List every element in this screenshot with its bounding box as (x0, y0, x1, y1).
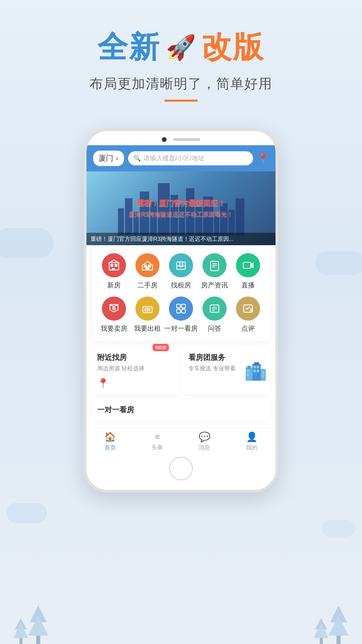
headlines-nav-label: 头条 (152, 443, 163, 451)
svg-rect-3 (112, 268, 115, 270)
nav-home[interactable]: 🏠 首页 (104, 431, 116, 451)
underline-decoration (164, 100, 198, 102)
svg-rect-22 (177, 304, 180, 308)
headline: 全新 🚀 改版 (0, 27, 362, 68)
search-icon: 🔍 (133, 155, 141, 162)
new-badge: NEW (153, 344, 169, 351)
sell-icon (102, 297, 126, 321)
menu-label-news: 房产资讯 (201, 281, 228, 290)
city-label: 厦门 (99, 153, 113, 163)
phone-wrapper: 厦门 ∨ 🔍 请输入楼盘/小区/地址 📍 (0, 128, 362, 492)
menu-label-second-hand: 二手房 (137, 281, 158, 290)
svg-rect-36 (253, 366, 256, 368)
menu-item-rent-out[interactable]: 我要出租 (131, 297, 164, 333)
menu-label-rental: 找租房 (171, 281, 191, 290)
menu-item-rental[interactable]: 找租房 (164, 253, 198, 290)
svg-rect-5 (144, 265, 147, 267)
tree-right-large (328, 605, 349, 644)
svg-rect-2 (115, 264, 117, 267)
news-icon (202, 253, 227, 277)
menu-label-sell: 我要卖房 (101, 324, 127, 333)
svg-rect-1 (111, 264, 113, 267)
tree-right-small (314, 618, 328, 644)
new-house-icon (102, 253, 126, 277)
bottom-nav: 🏠 首页 ≡ 头条 💬 消息 👤 我的 (86, 428, 276, 457)
svg-rect-42 (262, 371, 264, 374)
headline-part1: 全新 (98, 27, 161, 68)
menu-item-second-hand[interactable]: 二手房 (131, 253, 164, 290)
card-nearby[interactable]: NEW 附近找房 周边房源 轻松选择 📍 (92, 346, 179, 395)
profile-nav-icon: 👤 (246, 431, 258, 442)
nav-headlines[interactable]: ≡ 头条 (152, 432, 163, 451)
home-button[interactable] (169, 457, 193, 480)
search-placeholder: 请输入楼盘/小区/地址 (143, 154, 204, 163)
menu-item-new-house[interactable]: 新房 (97, 253, 131, 290)
menu-row-1: 新房 二手房 (97, 253, 265, 290)
phone-bottom-area (86, 457, 276, 490)
city-dropdown-arrow: ∨ (115, 156, 119, 161)
building-illustration (244, 359, 267, 382)
card-tour-service[interactable]: 看房团服务 专车接送 专业带看 (183, 346, 270, 395)
nav-messages[interactable]: 💬 消息 (199, 431, 210, 451)
svg-point-9 (180, 263, 182, 265)
deco-cloud-3 (7, 503, 47, 523)
home-nav-icon: 🏠 (104, 431, 116, 442)
svg-rect-37 (257, 366, 259, 368)
svg-rect-43 (262, 375, 264, 377)
banner-subtitle: 厦漳R3跨海隧道迟迟不动工原因曝光！ (129, 210, 233, 218)
rent-out-icon (135, 297, 160, 321)
menu-item-news[interactable]: 房产资讯 (198, 253, 231, 290)
top-section: 全新 🚀 改版 布局更加清晰明了，简单好用 (0, 0, 362, 115)
live-icon (236, 253, 260, 277)
svg-rect-39 (257, 370, 259, 372)
menu-label-live: 直播 (241, 281, 255, 290)
one-on-one-card[interactable]: 一对一看房 (92, 399, 270, 421)
svg-rect-38 (253, 370, 256, 372)
tour-icon (169, 297, 193, 321)
menu-item-review[interactable]: 点评 (231, 297, 265, 333)
phone-camera (162, 137, 167, 142)
phone-speaker (173, 138, 200, 141)
menu-label-tour: 一对一看房 (164, 324, 198, 333)
second-hand-icon (135, 253, 160, 277)
svg-rect-35 (261, 369, 266, 381)
rocket-icon: 🚀 (166, 33, 196, 62)
menu-label-qa: 问答 (208, 324, 221, 333)
menu-item-tour[interactable]: 一对一看房 (164, 297, 198, 333)
svg-rect-23 (182, 304, 185, 308)
city-selector[interactable]: 厦门 ∨ (93, 151, 124, 166)
deco-cloud-4 (322, 520, 355, 537)
svg-rect-32 (247, 366, 251, 369)
phone-notch (86, 131, 276, 145)
nearby-title: 附近找房 (97, 353, 174, 363)
menu-item-sell[interactable]: 我要卖房 (97, 297, 131, 333)
qa-icon (202, 297, 227, 321)
menu-label-rent-out: 我要出租 (134, 324, 161, 333)
map-pin-icon: 📍 (97, 378, 109, 389)
app-header: 厦门 ∨ 🔍 请输入楼盘/小区/地址 📍 (86, 145, 276, 171)
menu-label-review: 点评 (241, 324, 255, 333)
svg-rect-34 (254, 362, 259, 366)
search-bar[interactable]: 🔍 请输入楼盘/小区/地址 (128, 151, 253, 165)
nearby-subtitle: 周边房源 轻松选择 (97, 365, 174, 372)
tree-decoration (0, 577, 362, 644)
rental-icon (169, 253, 193, 277)
profile-nav-label: 我的 (246, 444, 257, 451)
messages-nav-icon: 💬 (199, 431, 210, 442)
subtitle: 布局更加清晰明了，简单好用 (0, 74, 362, 93)
banner[interactable]: 重磅！厦门官方最新回应！ 厦漳R3跨海隧道迟迟不动工原因曝光！ 重磅！厦门官方回… (86, 171, 276, 245)
svg-rect-6 (148, 265, 151, 267)
menu-item-live[interactable]: 直播 (231, 253, 265, 290)
menu-item-qa[interactable]: 问答 (198, 297, 231, 333)
location-icon[interactable]: 📍 (257, 153, 269, 164)
menu-grid: 新房 二手房 (92, 245, 270, 341)
bottom-cards: NEW 附近找房 周边房源 轻松选择 📍 看房团服务 专车接送 专业带看 (92, 346, 270, 395)
headline-part2: 改版 (201, 27, 264, 68)
svg-rect-10 (210, 261, 219, 271)
headlines-nav-icon: ≡ (155, 432, 160, 442)
tree-left-small (13, 618, 28, 644)
nav-profile[interactable]: 👤 我的 (246, 431, 258, 451)
svg-rect-24 (177, 309, 180, 313)
svg-rect-40 (247, 370, 249, 372)
one-on-one-title: 一对一看房 (97, 405, 265, 415)
